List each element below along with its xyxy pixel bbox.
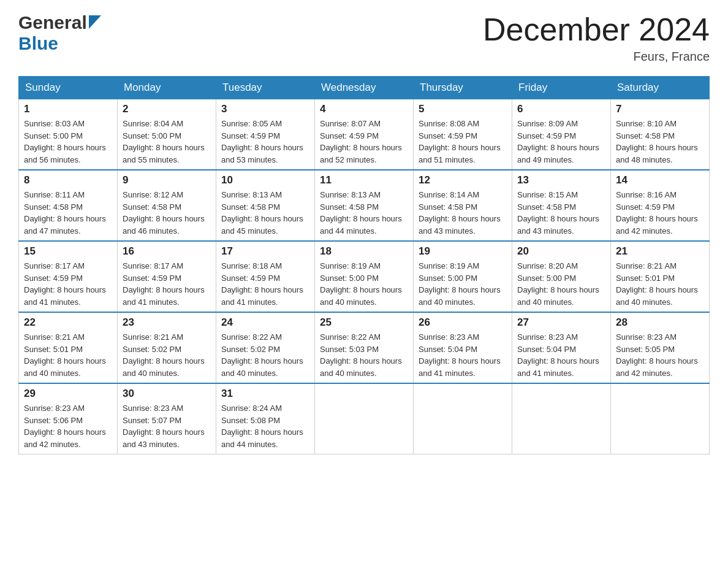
day-number: 23 [123, 316, 211, 329]
day-info: Sunrise: 8:23 AMSunset: 5:04 PMDaylight:… [517, 332, 599, 378]
day-info: Sunrise: 8:16 AMSunset: 4:59 PMDaylight:… [616, 190, 698, 236]
day-number: 8 [24, 174, 112, 186]
day-number: 12 [419, 174, 507, 186]
calendar-cell: 11 Sunrise: 8:13 AMSunset: 4:58 PMDaylig… [315, 170, 414, 241]
day-info: Sunrise: 8:23 AMSunset: 5:04 PMDaylight:… [419, 332, 501, 378]
calendar-cell: 7 Sunrise: 8:10 AMSunset: 4:58 PMDayligh… [611, 99, 710, 170]
day-number: 22 [24, 316, 112, 329]
day-number: 28 [616, 316, 704, 329]
day-number: 31 [221, 388, 309, 400]
calendar-week-row: 29 Sunrise: 8:23 AMSunset: 5:06 PMDaylig… [19, 383, 710, 454]
calendar-cell: 28 Sunrise: 8:23 AMSunset: 5:05 PMDaylig… [611, 312, 710, 383]
day-number: 7 [616, 103, 704, 115]
calendar-cell: 3 Sunrise: 8:05 AMSunset: 4:59 PMDayligh… [216, 99, 315, 170]
day-info: Sunrise: 8:15 AMSunset: 4:58 PMDaylight:… [517, 190, 599, 236]
svg-marker-0 [89, 15, 101, 29]
calendar-cell: 26 Sunrise: 8:23 AMSunset: 5:04 PMDaylig… [414, 312, 512, 383]
calendar-table: SundayMondayTuesdayWednesdayThursdayFrid… [18, 76, 710, 454]
header-friday: Friday [512, 77, 611, 99]
day-info: Sunrise: 8:13 AMSunset: 4:58 PMDaylight:… [320, 190, 402, 236]
day-number: 17 [221, 245, 309, 258]
day-number: 16 [123, 245, 211, 258]
month-title: December 2024 [483, 12, 710, 47]
calendar-cell: 5 Sunrise: 8:08 AMSunset: 4:59 PMDayligh… [414, 99, 512, 170]
day-info: Sunrise: 8:23 AMSunset: 5:07 PMDaylight:… [123, 404, 205, 449]
day-number: 18 [320, 245, 408, 258]
day-info: Sunrise: 8:22 AMSunset: 5:03 PMDaylight:… [320, 332, 402, 378]
header-monday: Monday [118, 77, 216, 99]
day-number: 3 [221, 103, 309, 115]
day-info: Sunrise: 8:04 AMSunset: 5:00 PMDaylight:… [123, 119, 205, 164]
logo-blue-text: Blue [18, 33, 58, 53]
header-thursday: Thursday [414, 77, 512, 99]
day-info: Sunrise: 8:10 AMSunset: 4:58 PMDaylight:… [616, 119, 698, 164]
header-saturday: Saturday [611, 77, 710, 99]
logo-general-text: General [18, 12, 87, 33]
day-info: Sunrise: 8:20 AMSunset: 5:00 PMDaylight:… [517, 261, 599, 307]
calendar-cell: 14 Sunrise: 8:16 AMSunset: 4:59 PMDaylig… [611, 170, 710, 241]
calendar-cell [611, 383, 710, 454]
day-info: Sunrise: 8:24 AMSunset: 5:08 PMDaylight:… [221, 404, 303, 449]
calendar-cell: 12 Sunrise: 8:14 AMSunset: 4:58 PMDaylig… [414, 170, 512, 241]
calendar-week-row: 8 Sunrise: 8:11 AMSunset: 4:58 PMDayligh… [19, 170, 710, 241]
calendar-cell: 10 Sunrise: 8:13 AMSunset: 4:58 PMDaylig… [216, 170, 315, 241]
calendar-week-row: 1 Sunrise: 8:03 AMSunset: 5:00 PMDayligh… [19, 99, 710, 170]
calendar-cell: 1 Sunrise: 8:03 AMSunset: 5:00 PMDayligh… [19, 99, 118, 170]
calendar-cell: 16 Sunrise: 8:17 AMSunset: 4:59 PMDaylig… [118, 241, 216, 312]
logo-arrow-icon [89, 15, 101, 31]
calendar-cell: 9 Sunrise: 8:12 AMSunset: 4:58 PMDayligh… [118, 170, 216, 241]
page-header: General Blue December 2024 Feurs, France [18, 12, 710, 64]
day-info: Sunrise: 8:21 AMSunset: 5:02 PMDaylight:… [123, 332, 205, 378]
day-info: Sunrise: 8:22 AMSunset: 5:02 PMDaylight:… [221, 332, 303, 378]
day-number: 20 [517, 245, 605, 258]
day-number: 15 [24, 245, 112, 258]
calendar-cell: 24 Sunrise: 8:22 AMSunset: 5:02 PMDaylig… [216, 312, 315, 383]
day-number: 6 [517, 103, 605, 115]
day-number: 27 [517, 316, 605, 329]
calendar-cell [315, 383, 414, 454]
calendar-header-row: SundayMondayTuesdayWednesdayThursdayFrid… [19, 77, 710, 99]
calendar-cell: 22 Sunrise: 8:21 AMSunset: 5:01 PMDaylig… [19, 312, 118, 383]
title-section: December 2024 Feurs, France [483, 12, 710, 64]
calendar-cell: 13 Sunrise: 8:15 AMSunset: 4:58 PMDaylig… [512, 170, 611, 241]
day-info: Sunrise: 8:14 AMSunset: 4:58 PMDaylight:… [419, 190, 501, 236]
calendar-cell: 2 Sunrise: 8:04 AMSunset: 5:00 PMDayligh… [118, 99, 216, 170]
day-info: Sunrise: 8:11 AMSunset: 4:58 PMDaylight:… [24, 190, 106, 236]
day-number: 4 [320, 103, 408, 115]
day-info: Sunrise: 8:09 AMSunset: 4:59 PMDaylight:… [517, 119, 599, 164]
day-number: 25 [320, 316, 408, 329]
day-number: 1 [24, 103, 112, 115]
calendar-cell [414, 383, 512, 454]
calendar-cell: 15 Sunrise: 8:17 AMSunset: 4:59 PMDaylig… [19, 241, 118, 312]
day-info: Sunrise: 8:08 AMSunset: 4:59 PMDaylight:… [419, 119, 501, 164]
calendar-cell: 17 Sunrise: 8:18 AMSunset: 4:59 PMDaylig… [216, 241, 315, 312]
calendar-cell: 6 Sunrise: 8:09 AMSunset: 4:59 PMDayligh… [512, 99, 611, 170]
calendar-cell: 19 Sunrise: 8:19 AMSunset: 5:00 PMDaylig… [414, 241, 512, 312]
day-number: 9 [123, 174, 211, 186]
calendar-cell: 25 Sunrise: 8:22 AMSunset: 5:03 PMDaylig… [315, 312, 414, 383]
day-info: Sunrise: 8:19 AMSunset: 5:00 PMDaylight:… [320, 261, 402, 307]
day-number: 11 [320, 174, 408, 186]
day-number: 19 [419, 245, 507, 258]
day-number: 5 [419, 103, 507, 115]
calendar-week-row: 15 Sunrise: 8:17 AMSunset: 4:59 PMDaylig… [19, 241, 710, 312]
calendar-cell [512, 383, 611, 454]
calendar-cell: 29 Sunrise: 8:23 AMSunset: 5:06 PMDaylig… [19, 383, 118, 454]
calendar-cell: 23 Sunrise: 8:21 AMSunset: 5:02 PMDaylig… [118, 312, 216, 383]
day-info: Sunrise: 8:07 AMSunset: 4:59 PMDaylight:… [320, 119, 402, 164]
day-info: Sunrise: 8:23 AMSunset: 5:05 PMDaylight:… [616, 332, 698, 378]
day-info: Sunrise: 8:03 AMSunset: 5:00 PMDaylight:… [24, 119, 106, 164]
calendar-cell: 21 Sunrise: 8:21 AMSunset: 5:01 PMDaylig… [611, 241, 710, 312]
day-info: Sunrise: 8:17 AMSunset: 4:59 PMDaylight:… [123, 261, 205, 307]
calendar-cell: 4 Sunrise: 8:07 AMSunset: 4:59 PMDayligh… [315, 99, 414, 170]
day-number: 2 [123, 103, 211, 115]
day-info: Sunrise: 8:18 AMSunset: 4:59 PMDaylight:… [221, 261, 303, 307]
day-info: Sunrise: 8:23 AMSunset: 5:06 PMDaylight:… [24, 404, 106, 449]
logo: General Blue [18, 12, 101, 54]
day-number: 14 [616, 174, 704, 186]
day-info: Sunrise: 8:05 AMSunset: 4:59 PMDaylight:… [221, 119, 303, 164]
day-number: 29 [24, 388, 112, 400]
location: Feurs, France [483, 50, 710, 64]
day-number: 13 [517, 174, 605, 186]
day-number: 10 [221, 174, 309, 186]
